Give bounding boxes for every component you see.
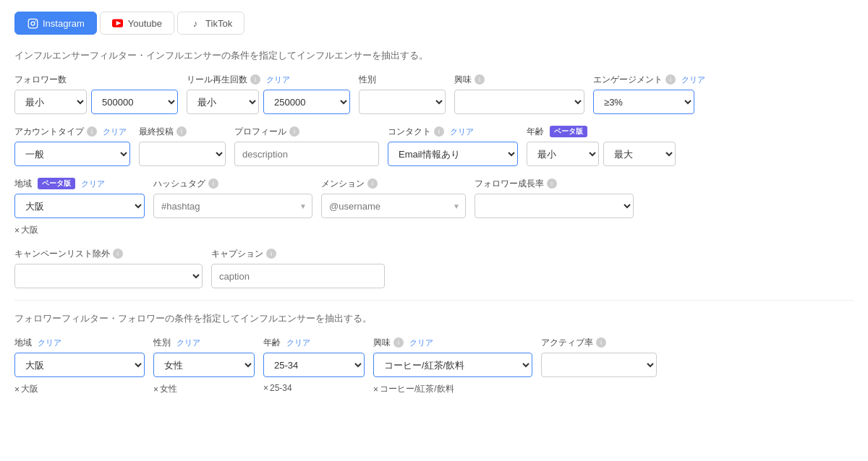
mention-label: メンション	[321, 178, 365, 190]
region-clear-btn[interactable]: クリア	[81, 178, 105, 189]
follower-interest-info-icon[interactable]: i	[393, 337, 404, 348]
tab-tiktok-label: TikTok	[205, 18, 232, 29]
reel-info-icon[interactable]: i	[250, 74, 260, 85]
gender-select[interactable]: 男性 女性	[359, 90, 446, 114]
profile-info-icon[interactable]: i	[289, 126, 299, 137]
growth-rate-group: フォロワー成長率 i 高い 低い	[475, 176, 634, 218]
svg-rect-0	[28, 19, 38, 28]
follower-age-clear-btn[interactable]: クリア	[286, 337, 310, 348]
gender-label: 性別	[359, 74, 376, 86]
contact-group: コンタクト i クリア Email情報あり なし	[388, 124, 518, 166]
follower-gender-tag: × 女性	[153, 383, 255, 395]
reel-count-group: リール再生回数 i クリア 最小 250000	[187, 72, 350, 114]
campaign-exclude-label: キャンペーンリスト除外	[14, 248, 110, 260]
mention-group: メンション i ▼	[321, 176, 466, 218]
instagram-icon	[27, 17, 38, 29]
follower-region-select[interactable]: 大阪 東京	[14, 353, 145, 377]
last-post-select[interactable]: 1週間以内	[139, 142, 226, 166]
follower-filter-section: フォロワーフィルター・フォロワーの条件を指定してインフルエンサーを抽出する。 地…	[14, 312, 854, 395]
follower-gender-select[interactable]: 女性 男性	[153, 353, 255, 377]
follower-filter-title: フォロワーフィルター・フォロワーの条件を指定してインフルエンサーを抽出する。	[14, 312, 854, 325]
age-label: 年齢	[527, 126, 544, 138]
engagement-info-icon[interactable]: i	[665, 74, 676, 85]
caption-input[interactable]	[211, 264, 385, 288]
follower-active-rate-group: アクティブ率 i 高い	[541, 335, 657, 377]
interest-select[interactable]: コーヒー/紅茶/飲料 ファッション	[454, 90, 584, 114]
tab-tiktok[interactable]: ♪ TikTok	[177, 12, 244, 35]
profile-label: プロフィール	[234, 126, 286, 138]
tab-youtube-label: Youtube	[128, 18, 162, 29]
follower-region-label: 地域	[14, 337, 32, 349]
contact-info-icon[interactable]: i	[434, 126, 444, 137]
growth-rate-select[interactable]: 高い 低い	[475, 194, 634, 218]
mention-info-icon[interactable]: i	[367, 178, 378, 189]
follower-age-select[interactable]: 25-34 18-24	[263, 353, 365, 377]
engagement-clear-btn[interactable]: クリア	[681, 74, 705, 85]
last-post-label: 最終投稿	[139, 126, 174, 138]
profile-input[interactable]	[234, 142, 379, 166]
campaign-exclude-select[interactable]	[14, 264, 203, 288]
age-max-select[interactable]: 最大	[603, 142, 676, 166]
reel-max-select[interactable]: 250000	[263, 90, 350, 114]
age-group: 年齢 ベータ版 最小 最大	[527, 124, 676, 166]
follower-region-tag: × 大阪	[14, 383, 145, 395]
region-group: 地域 ベータ版 クリア 大阪 東京 × 大阪	[14, 176, 145, 236]
follower-label: フォロワー数	[14, 74, 67, 86]
tab-instagram-label: Instagram	[43, 18, 85, 29]
hashtag-info-icon[interactable]: i	[208, 178, 218, 189]
caption-info-icon[interactable]: i	[266, 249, 276, 259]
tab-instagram[interactable]: Instagram	[14, 12, 97, 35]
follower-gender-clear-btn[interactable]: クリア	[176, 337, 200, 348]
influencer-filter-title: インフルエンサーフィルター・インフルエンサーの条件を指定してインフルエンサーを抽…	[14, 49, 854, 62]
youtube-icon	[112, 17, 124, 29]
tab-youtube[interactable]: Youtube	[100, 12, 174, 35]
influencer-filter-row4: キャンペーンリスト除外 i キャプション i	[14, 246, 854, 288]
follower-interest-tag: × コーヒー/紅茶/飲料	[373, 383, 532, 395]
follower-region-clear-btn[interactable]: クリア	[38, 337, 61, 348]
campaign-exclude-info-icon[interactable]: i	[113, 249, 123, 259]
engagement-select[interactable]: ≥3% ≥1% ≥5%	[593, 90, 694, 114]
follower-max-select[interactable]: 500000	[91, 90, 178, 114]
follower-min-select[interactable]: 最小	[14, 90, 87, 114]
follower-active-rate-label: アクティブ率	[541, 337, 593, 349]
influencer-filter-row1: フォロワー数 最小 500000 リール再生回数 i クリア 最小	[14, 72, 854, 114]
influencer-filter-row2: アカウントタイプ i クリア 一般 企業 最終投稿 i 1週間以内 プロフィー	[14, 124, 854, 166]
campaign-exclude-group: キャンペーンリスト除外 i	[14, 246, 203, 288]
engagement-label: エンゲージメント	[593, 74, 663, 86]
follower-count-group: フォロワー数 最小 500000	[14, 72, 178, 114]
hashtag-input[interactable]	[153, 194, 312, 218]
follower-active-rate-select[interactable]: 高い	[541, 353, 657, 377]
follower-interest-group: 興味 i クリア コーヒー/紅茶/飲料 ファッション × コーヒー/紅茶/飲料	[373, 335, 532, 395]
influencer-filter-row3: 地域 ベータ版 クリア 大阪 東京 × 大阪 ハッシュタグ i ▼	[14, 176, 854, 236]
follower-interest-label: 興味	[373, 337, 391, 349]
growth-rate-label: フォロワー成長率	[475, 178, 544, 190]
account-type-select[interactable]: 一般 企業	[14, 142, 130, 166]
hashtag-group: ハッシュタグ i ▼	[153, 176, 312, 218]
svg-point-2	[35, 20, 36, 22]
contact-clear-btn[interactable]: クリア	[450, 126, 474, 137]
age-min-select[interactable]: 最小	[527, 142, 599, 166]
reel-label: リール再生回数	[187, 74, 247, 86]
reel-min-select[interactable]: 最小	[187, 90, 259, 114]
reel-clear-btn[interactable]: クリア	[266, 74, 290, 85]
interest-group: 興味 i コーヒー/紅茶/飲料 ファッション	[454, 72, 584, 114]
follower-age-label: 年齢	[263, 337, 281, 349]
account-type-clear-btn[interactable]: クリア	[103, 126, 127, 137]
follower-interest-select[interactable]: コーヒー/紅茶/飲料 ファッション	[373, 353, 532, 377]
follower-interest-clear-btn[interactable]: クリア	[409, 337, 433, 348]
follower-active-rate-info-icon[interactable]: i	[596, 337, 606, 348]
region-label: 地域	[14, 178, 32, 190]
region-beta-badge: ベータ版	[38, 178, 75, 189]
account-type-info-icon[interactable]: i	[87, 126, 97, 137]
region-select[interactable]: 大阪 東京	[14, 194, 145, 218]
contact-label: コンタクト	[388, 126, 431, 138]
follower-gender-label: 性別	[153, 337, 171, 349]
last-post-info-icon[interactable]: i	[176, 126, 187, 137]
growth-rate-info-icon[interactable]: i	[547, 178, 557, 189]
hashtag-label: ハッシュタグ	[153, 178, 205, 190]
region-tag: × 大阪	[14, 224, 145, 236]
contact-select[interactable]: Email情報あり なし	[388, 142, 518, 166]
interest-info-icon[interactable]: i	[475, 74, 485, 85]
hashtag-input-wrapper: ▼	[153, 194, 312, 218]
mention-input[interactable]	[321, 194, 466, 218]
